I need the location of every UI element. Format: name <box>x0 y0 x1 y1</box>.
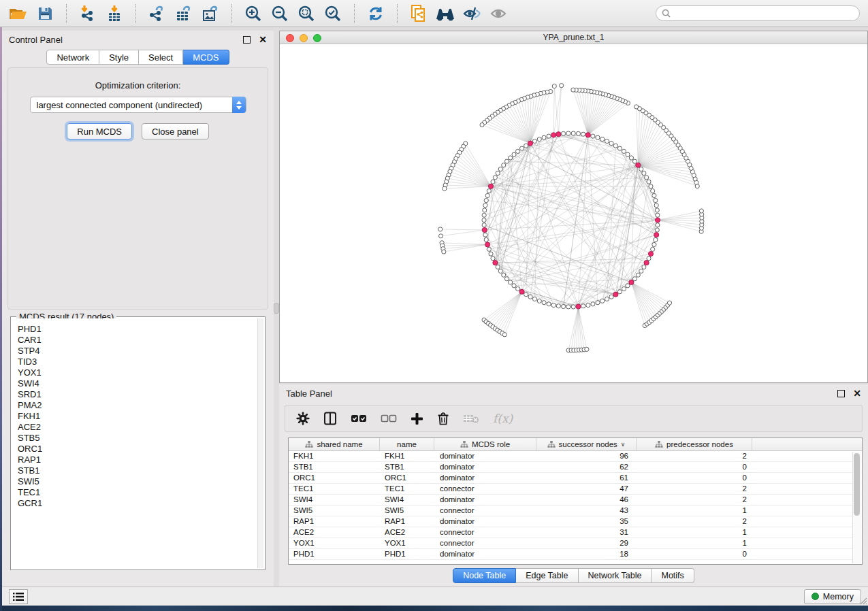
gear-icon[interactable] <box>296 412 310 425</box>
mcds-result-item[interactable]: PHD1 <box>18 324 263 335</box>
mcds-result-item[interactable]: STB5 <box>18 433 263 444</box>
zoom-selected-icon[interactable] <box>323 3 343 24</box>
delete-table-icon[interactable] <box>463 413 479 424</box>
column-header-successor-nodes[interactable]: successor nodes ∨ <box>536 438 637 450</box>
table-cell: 29 <box>536 538 637 548</box>
minimize-window-icon[interactable] <box>300 34 308 42</box>
table-row[interactable]: TEC1TEC1connector472 <box>289 484 862 495</box>
mcds-result-item[interactable]: PMA2 <box>18 400 263 411</box>
mcds-result-item[interactable]: ORC1 <box>18 444 263 455</box>
open-folder-icon[interactable] <box>8 3 29 24</box>
tab-mcds[interactable]: MCDS <box>183 50 229 65</box>
vertical-splitter[interactable] <box>274 27 279 587</box>
mcds-result-item[interactable]: STB1 <box>18 465 263 476</box>
mcds-result-list[interactable]: PHD1CAR1STP4TID3YOX1SWI4SRD1PMA2FKH1ACE2… <box>12 318 263 568</box>
network-canvas[interactable] <box>280 44 867 382</box>
mcds-result-item[interactable]: ACE2 <box>18 422 263 433</box>
tab-style[interactable]: Style <box>99 50 139 65</box>
table-cell-filler <box>752 549 862 559</box>
refresh-icon[interactable] <box>366 3 386 24</box>
table-row[interactable]: ORC1ORC1dominator610 <box>289 473 862 484</box>
table-row[interactable]: YOX1YOX1connector291 <box>289 538 862 549</box>
splitter-grip[interactable] <box>274 303 279 314</box>
tab-node-table[interactable]: Node Table <box>453 568 516 583</box>
table-row[interactable]: SWI4SWI4dominator462 <box>289 495 862 506</box>
table-row[interactable]: ACE2ACE2connector311 <box>289 527 862 538</box>
add-column-icon[interactable] <box>411 412 423 425</box>
import-table-icon[interactable] <box>104 3 125 24</box>
mcds-result-item[interactable]: SWI4 <box>18 378 263 389</box>
float-panel-icon[interactable] <box>837 390 845 397</box>
resize-grip-icon[interactable] <box>859 597 867 605</box>
binoculars-icon[interactable] <box>435 3 455 24</box>
mcds-result-item[interactable]: GCR1 <box>18 498 263 509</box>
show-all-icon[interactable] <box>488 3 509 24</box>
close-window-icon[interactable] <box>286 34 294 42</box>
mcds-result-item[interactable]: TEC1 <box>18 487 263 498</box>
table-row[interactable]: STB1STB1dominator620 <box>289 462 862 473</box>
mcds-result-item[interactable]: SRD1 <box>18 389 263 400</box>
export-table-icon[interactable] <box>174 3 194 24</box>
search-input[interactable] <box>674 9 854 18</box>
mcds-result-item[interactable]: YOX1 <box>18 367 263 378</box>
import-network-icon[interactable] <box>78 3 98 24</box>
column-header-mcds-role[interactable]: MCDS role <box>434 438 536 450</box>
table-scrollbar[interactable] <box>852 452 861 563</box>
tab-network[interactable]: Network <box>46 50 99 65</box>
select-all-icon[interactable] <box>351 414 367 423</box>
export-network-icon[interactable] <box>147 3 167 24</box>
table-cell: PHD1 <box>289 549 380 559</box>
mcds-result-item[interactable]: CAR1 <box>18 335 263 346</box>
select-stepper-icon <box>232 97 246 113</box>
network-window-titlebar[interactable]: YPA_prune.txt_1 <box>280 31 867 44</box>
mcds-list-scrollbar[interactable] <box>257 318 263 568</box>
export-image-icon[interactable] <box>200 3 221 24</box>
hide-selected-icon[interactable] <box>462 3 482 24</box>
control-panel-title: Control Panel <box>9 35 63 45</box>
close-panel-icon[interactable]: ✕ <box>853 390 861 397</box>
table-cell: STB1 <box>289 462 380 472</box>
zoom-out-icon[interactable] <box>270 3 290 24</box>
zoom-fit-icon[interactable] <box>296 3 317 24</box>
tab-select[interactable]: Select <box>139 50 183 65</box>
table-row[interactable]: FKH1FKH1dominator962 <box>289 451 862 462</box>
save-icon[interactable] <box>35 3 55 24</box>
task-history-button[interactable] <box>9 589 28 604</box>
column-header-predecessor-nodes[interactable]: predecessor nodes <box>637 438 752 450</box>
deselect-all-icon[interactable] <box>381 414 397 423</box>
search-field[interactable] <box>656 5 860 21</box>
maximize-window-icon[interactable] <box>313 34 321 42</box>
column-header-name[interactable]: name <box>380 438 434 450</box>
float-panel-icon[interactable] <box>243 36 251 44</box>
table-row[interactable]: PHD1PHD1dominator180 <box>289 549 862 560</box>
column-header-shared-name[interactable]: shared name <box>289 438 380 450</box>
table-cell: 1 <box>637 538 752 548</box>
tab-network-table[interactable]: Network Table <box>579 568 652 583</box>
run-mcds-button[interactable]: Run MCDS <box>67 123 132 139</box>
copy-document-icon[interactable] <box>408 3 429 24</box>
attribute-tree-icon <box>547 441 556 448</box>
mcds-result-item[interactable]: TID3 <box>18 357 263 367</box>
close-panel-button[interactable]: Close panel <box>142 123 209 139</box>
zoom-in-icon[interactable] <box>243 3 263 24</box>
table-cell-filler <box>752 516 862 527</box>
close-panel-icon[interactable]: ✕ <box>259 36 267 44</box>
mcds-result-item[interactable]: RAP1 <box>18 455 263 465</box>
table-scrollbar-thumb[interactable] <box>854 453 860 516</box>
mcds-result-item[interactable]: SWI5 <box>18 476 263 487</box>
table-cell: 0 <box>637 462 752 472</box>
column-layout-icon[interactable] <box>323 412 337 425</box>
tab-edge-table[interactable]: Edge Table <box>516 568 578 583</box>
toolbar-separator <box>231 4 232 23</box>
mcds-result-item[interactable]: FKH1 <box>18 411 263 422</box>
search-icon <box>662 9 671 18</box>
function-builder-icon[interactable]: f(x) <box>493 412 513 425</box>
delete-column-icon[interactable] <box>437 412 449 425</box>
table-row[interactable]: RAP1RAP1dominator352 <box>289 516 862 527</box>
table-cell: 47 <box>536 484 637 494</box>
mcds-result-item[interactable]: STP4 <box>18 346 263 357</box>
table-row[interactable]: SWI5SWI5connector431 <box>289 506 862 516</box>
optimization-criterion-select[interactable]: largest connected component (undirected) <box>30 97 246 113</box>
tab-motifs[interactable]: Motifs <box>652 568 694 583</box>
memory-button[interactable]: Memory <box>804 589 861 604</box>
